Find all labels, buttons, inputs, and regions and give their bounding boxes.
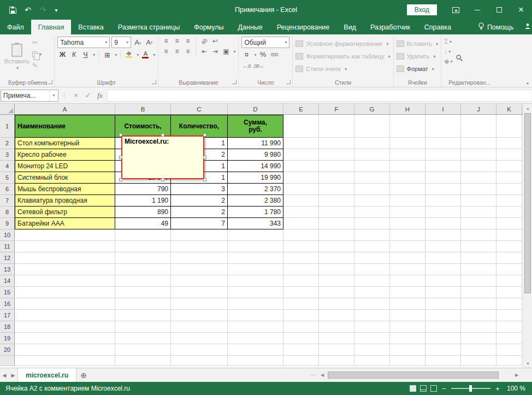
cell-I14[interactable]: [425, 275, 461, 287]
column-header-G[interactable]: G: [354, 104, 390, 114]
cell-K3[interactable]: [496, 149, 522, 161]
delete-cells-button[interactable]: Удалить ▾: [397, 51, 439, 62]
column-header-A[interactable]: A: [15, 104, 115, 114]
cell-J8[interactable]: [461, 207, 496, 218]
cell-A8[interactable]: Сетевой фильтр: [15, 207, 115, 218]
cell-D11[interactable]: [228, 241, 283, 252]
row-header-11[interactable]: 11: [0, 241, 15, 252]
cell-I20[interactable]: [425, 344, 461, 356]
cell-D12[interactable]: [228, 252, 283, 264]
name-box[interactable]: Примеча... ▼: [1, 90, 58, 102]
zoom-level[interactable]: 100 %: [505, 385, 525, 392]
cell-E8[interactable]: [283, 207, 319, 218]
increase-indent-icon[interactable]: ⇥: [210, 47, 220, 56]
cell-H9[interactable]: [390, 218, 425, 229]
font-color-icon[interactable]: А: [140, 50, 150, 60]
cell-K1[interactable]: [496, 115, 522, 138]
cell-H8[interactable]: [390, 207, 425, 218]
cell-H15[interactable]: [390, 287, 425, 298]
row-header-18[interactable]: 18: [0, 321, 15, 333]
scroll-down-icon[interactable]: ▼: [523, 359, 532, 368]
cell-C8[interactable]: 2: [171, 207, 228, 218]
cell-I17[interactable]: [425, 310, 461, 321]
cell-K4[interactable]: [496, 161, 522, 172]
cell-H18[interactable]: [390, 321, 425, 333]
cell-C18[interactable]: [171, 321, 228, 333]
cell-G5[interactable]: [354, 172, 390, 184]
cell-F13[interactable]: [319, 264, 354, 275]
column-header-E[interactable]: E: [283, 104, 319, 114]
sheet-tab-microexcel[interactable]: microexcel.ru: [17, 368, 76, 382]
cell-I10[interactable]: [425, 229, 461, 241]
row-header-5[interactable]: 5: [0, 172, 15, 184]
cell-B12[interactable]: [115, 252, 171, 264]
sheet-nav-left-icon[interactable]: ◀: [0, 368, 9, 382]
cell-F3[interactable]: [319, 149, 354, 161]
font-dialog-launcher-icon[interactable]: [152, 80, 156, 84]
merge-center-icon[interactable]: ▣: [221, 47, 230, 56]
font-size-select[interactable]: 9 ▾: [111, 37, 131, 48]
font-color-dropdown-icon[interactable]: ▾: [153, 52, 155, 57]
ribbon-tab-Вставка[interactable]: Вставка: [71, 20, 110, 34]
cell-J16[interactable]: [461, 298, 496, 310]
cell-D2[interactable]: 11 990: [228, 138, 283, 149]
zoom-slider-thumb[interactable]: [469, 385, 472, 392]
ribbon-tab-Данные[interactable]: Данные: [231, 20, 270, 34]
cell-I3[interactable]: [425, 149, 461, 161]
cell-F14[interactable]: [319, 275, 354, 287]
cell-B10[interactable]: [115, 229, 171, 241]
align-center-icon[interactable]: ≡: [172, 47, 181, 56]
cell-G8[interactable]: [354, 207, 390, 218]
cell-K15[interactable]: [496, 287, 522, 298]
ribbon-tab-Главная[interactable]: Главная: [31, 20, 72, 34]
cell-B14[interactable]: [115, 275, 171, 287]
cell-D20[interactable]: [228, 344, 283, 356]
column-header-B[interactable]: B: [115, 104, 171, 114]
cell-I12[interactable]: [425, 252, 461, 264]
cell-J1[interactable]: [461, 115, 496, 138]
add-sheet-icon[interactable]: ⊕: [76, 368, 91, 382]
undo-icon[interactable]: ↶: [21, 3, 35, 17]
cell-K20[interactable]: [496, 344, 522, 356]
cell-G7[interactable]: [354, 195, 390, 207]
collapse-ribbon-icon[interactable]: ▴: [527, 80, 529, 85]
paste-button[interactable]: Вставить ▾: [4, 37, 30, 78]
bold-button[interactable]: Ж: [57, 50, 67, 60]
cell-E15[interactable]: [283, 287, 319, 298]
cell-styles-button[interactable]: Стили ячеек ▾: [295, 63, 390, 74]
format-cells-button[interactable]: Формат ▾: [397, 63, 439, 74]
row-header-13[interactable]: 13: [0, 264, 15, 275]
cell-F7[interactable]: [319, 195, 354, 207]
align-right-icon[interactable]: ≡: [183, 47, 192, 56]
cell-A12[interactable]: [15, 252, 115, 264]
cell-F1[interactable]: [319, 115, 354, 138]
cell-B11[interactable]: [115, 241, 171, 252]
cell-D5[interactable]: 19 990: [228, 172, 283, 184]
row-header-2[interactable]: 2: [0, 138, 15, 149]
cell-G2[interactable]: [354, 138, 390, 149]
cell-D18[interactable]: [228, 321, 283, 333]
cell-G10[interactable]: [354, 229, 390, 241]
cell-E9[interactable]: [283, 218, 319, 229]
cell-E12[interactable]: [283, 252, 319, 264]
enter-icon[interactable]: ✓: [82, 90, 94, 102]
cell-G14[interactable]: [354, 275, 390, 287]
cell-D19[interactable]: [228, 333, 283, 344]
cell-B20[interactable]: [115, 344, 171, 356]
ribbon-tab-Файл[interactable]: Файл: [0, 20, 31, 34]
cell-K14[interactable]: [496, 275, 522, 287]
cell-D7[interactable]: 2 380: [228, 195, 283, 207]
row-header-8[interactable]: 8: [0, 207, 15, 218]
comment-resize-handle-sw[interactable]: [119, 178, 122, 181]
close-button[interactable]: ×: [510, 0, 532, 20]
cell-A1[interactable]: Наименование: [15, 115, 115, 138]
column-header-I[interactable]: I: [425, 104, 461, 114]
cell-J12[interactable]: [461, 252, 496, 264]
cell-H10[interactable]: [390, 229, 425, 241]
cell-E17[interactable]: [283, 310, 319, 321]
cell-D14[interactable]: [228, 275, 283, 287]
column-header-H[interactable]: H: [390, 104, 425, 114]
cell-G4[interactable]: [354, 161, 390, 172]
decrease-indent-icon[interactable]: ⇤: [199, 47, 209, 56]
underline-button[interactable]: Ч: [80, 50, 90, 60]
